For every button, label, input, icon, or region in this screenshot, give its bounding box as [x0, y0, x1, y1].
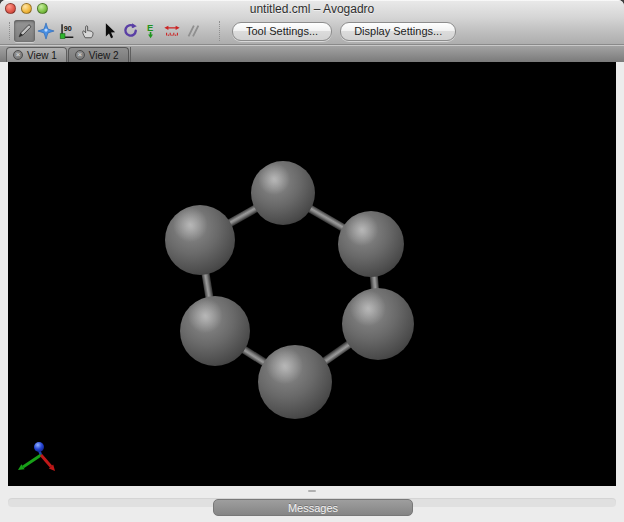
gl-viewport[interactable]: [8, 62, 616, 486]
select-tool-button[interactable]: [98, 20, 119, 42]
manipulate-tool-button[interactable]: [77, 20, 98, 42]
tool-settings-button[interactable]: Tool Settings...: [232, 22, 332, 41]
tool-button-group: 90E: [14, 20, 203, 42]
z-axis-ball: [34, 442, 44, 452]
hand-icon: [79, 22, 97, 40]
avogadro-window: untitled.cml – Avogadro 90E Tool Setting…: [0, 0, 624, 522]
dock-splitter-grip[interactable]: [308, 490, 316, 492]
window-title: untitled.cml – Avogadro: [0, 2, 624, 16]
toolbar: 90E Tool Settings... Display Settings...: [0, 17, 624, 45]
navigate-star-icon: [37, 22, 55, 40]
toolbar-grip: [9, 22, 10, 40]
y-axis-arrow: [23, 455, 41, 467]
carbon-atom[interactable]: [338, 211, 404, 277]
display-settings-button[interactable]: Display Settings...: [340, 22, 456, 41]
toolbar-separator: [219, 21, 220, 41]
carbon-atom[interactable]: [342, 288, 414, 360]
auto-rotate-tool-button[interactable]: [119, 20, 140, 42]
cursor-arrow-icon: [100, 22, 118, 40]
carbon-atom[interactable]: [165, 205, 235, 275]
viewport-frame: [0, 62, 624, 486]
bottom-dock-bar: Messages: [0, 486, 624, 522]
measure-tool-button[interactable]: [161, 20, 182, 42]
bond-centric-tool-button[interactable]: 90: [56, 20, 77, 42]
tab-view-2[interactable]: ×View 2: [68, 47, 129, 62]
draw-tool-button[interactable]: [14, 20, 35, 42]
carbon-atom[interactable]: [251, 161, 315, 225]
optimize-e-icon: E: [142, 22, 160, 40]
svg-text:E: E: [146, 22, 152, 33]
axes-indicator: [16, 438, 64, 478]
auto-optimize-tool-button[interactable]: E: [140, 20, 161, 42]
pencil-icon: [16, 22, 34, 40]
align-tool-button[interactable]: [182, 20, 203, 42]
window-header: untitled.cml – Avogadro 90E Tool Setting…: [0, 0, 624, 45]
tab-close-icon[interactable]: ×: [13, 50, 23, 60]
carbon-atom[interactable]: [258, 345, 332, 419]
tab-separator: [130, 47, 131, 62]
align-lines-icon: [184, 22, 202, 40]
svg-text:90: 90: [63, 24, 71, 33]
navigate-tool-button[interactable]: [35, 20, 56, 42]
view-tab-bar: ×View 1×View 2: [0, 45, 624, 62]
tab-view-1[interactable]: ×View 1: [6, 47, 67, 62]
tab-label: View 1: [27, 50, 57, 61]
angle-90-icon: 90: [58, 22, 76, 40]
messages-button[interactable]: Messages: [213, 499, 413, 516]
tab-label: View 2: [89, 50, 119, 61]
title-bar[interactable]: untitled.cml – Avogadro: [0, 0, 624, 17]
rotate-arrow-icon: [121, 22, 139, 40]
carbon-atom[interactable]: [180, 296, 250, 366]
measure-ruler-icon: [163, 22, 181, 40]
tab-close-icon[interactable]: ×: [75, 50, 85, 60]
x-axis-arrow: [41, 455, 51, 467]
